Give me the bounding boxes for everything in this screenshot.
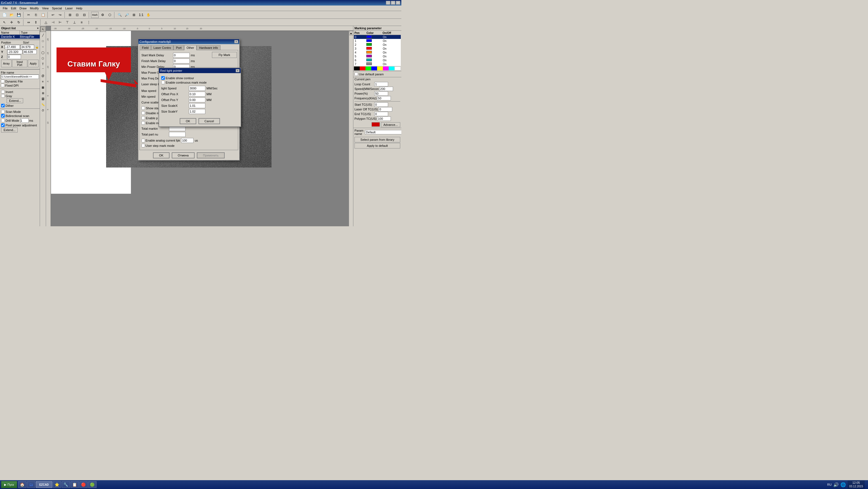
align-b-btn[interactable]: ⊥ <box>71 19 78 25</box>
open-btn[interactable]: 📂 <box>8 12 15 18</box>
mirror-v-btn[interactable]: ⇕ <box>33 19 39 25</box>
redo-btn[interactable]: ↪ <box>57 12 63 18</box>
advance-btn[interactable]: Advance... <box>381 122 400 127</box>
new-btn[interactable]: 📄 <box>1 12 8 18</box>
offset-pos-y-input[interactable] <box>189 97 205 103</box>
tab-other[interactable]: Other <box>184 45 197 50</box>
end-tc-input[interactable] <box>374 112 388 116</box>
finish-mark-delay-input[interactable] <box>173 58 190 63</box>
pen-row-0[interactable]: 0 On <box>354 35 401 39</box>
start-tc-input[interactable] <box>374 103 388 107</box>
pen-row-4[interactable]: 4 On <box>354 51 401 54</box>
total-parts-input[interactable] <box>169 132 186 137</box>
grid-btn[interactable]: ⊞ <box>67 12 73 18</box>
menu-file[interactable]: File <box>1 6 9 10</box>
param-name-input[interactable] <box>365 130 401 135</box>
param-btn[interactable]: ⚙ <box>99 12 106 18</box>
y-size-input[interactable] <box>23 50 37 54</box>
menu-laser[interactable]: Laser <box>64 6 75 10</box>
dynamic-file-check[interactable] <box>1 80 4 83</box>
zoom-fit-btn[interactable]: ⊞ <box>131 12 137 18</box>
menu-view[interactable]: View <box>40 6 51 10</box>
pen-row-5[interactable]: 5 On <box>354 54 401 58</box>
bidirectional-check[interactable] <box>1 114 5 118</box>
mirror-h-btn[interactable]: ⇔ <box>25 19 32 25</box>
y-pos-input[interactable] <box>7 50 22 54</box>
invert-checkbox[interactable]: Invert <box>1 90 39 93</box>
polygon-tc-input[interactable] <box>377 116 391 121</box>
apply-btn[interactable]: Apply <box>28 60 39 67</box>
center-h-btn[interactable]: ≡ <box>78 19 85 25</box>
analog-current-checkbox[interactable]: Enable analog current fpk <box>142 139 180 142</box>
pixel-power-check[interactable] <box>1 123 5 127</box>
start-mark-delay-input[interactable] <box>173 53 190 58</box>
move-btn[interactable]: ✛ <box>8 19 15 25</box>
scroll-up-btn[interactable]: ▲ <box>349 31 353 35</box>
x-pos-input[interactable] <box>5 45 20 49</box>
mark-btn[interactable]: Mark <box>91 12 99 18</box>
menu-special[interactable]: Special <box>50 6 63 10</box>
loop-count-input[interactable] <box>374 82 388 86</box>
show-sta-check[interactable] <box>142 106 145 110</box>
use-default-check[interactable] <box>354 72 358 76</box>
barcode-tool[interactable]: ▦ <box>40 84 46 90</box>
menu-help[interactable]: Help <box>74 6 84 10</box>
close-btn[interactable]: × <box>396 1 400 5</box>
menu-edit[interactable]: Edit <box>9 6 18 10</box>
continuous-mark-check[interactable] <box>161 81 165 84</box>
size-scale-y-input[interactable] <box>189 109 205 114</box>
enable-continuous-mark-checkbox[interactable]: Enable continuous mark mode <box>161 81 239 84</box>
align-l-btn[interactable]: ⊣ <box>50 19 56 25</box>
minimize-btn[interactable]: _ <box>386 1 390 5</box>
analog-current-check[interactable] <box>142 139 145 142</box>
config-ok-btn[interactable]: OK <box>153 152 169 159</box>
enable-m1-check[interactable] <box>142 121 145 125</box>
pixel-power-checkbox[interactable]: Pixel power adjustment <box>1 123 39 127</box>
freq-input[interactable] <box>377 96 391 100</box>
align-btn[interactable]: ⊟ <box>81 12 88 18</box>
fixed-dpi-checkbox[interactable]: Fixed DPI <box>1 84 39 87</box>
zoom-out-btn[interactable]: 🔎 <box>123 12 130 18</box>
spiral-tool[interactable]: @ <box>40 73 46 78</box>
undo-btn[interactable]: ↩ <box>50 12 56 18</box>
x-size-input[interactable] <box>21 45 34 49</box>
file-path-input[interactable] <box>1 75 39 79</box>
input-port-btn[interactable]: Input Port <box>12 60 27 67</box>
offset-pos-x-input[interactable] <box>189 92 205 96</box>
pan-btn[interactable]: ✋ <box>145 12 152 18</box>
object-list-close[interactable]: × <box>37 27 39 30</box>
light-speed-input[interactable] <box>189 86 205 91</box>
text-tool[interactable]: T <box>40 61 46 67</box>
scrollbar-v[interactable]: ▲ ▼ <box>349 31 353 226</box>
extend-btn-1[interactable]: Extend... <box>7 98 23 103</box>
rlp-ok-btn[interactable]: OK <box>180 118 196 124</box>
config-apply-btn[interactable]: Применить <box>197 152 225 159</box>
save-btn[interactable]: 💾 <box>16 12 22 18</box>
arc-tool[interactable]: ⌒ <box>40 67 46 73</box>
apply-default-btn[interactable]: Apply to default <box>354 143 400 148</box>
gray-check[interactable] <box>1 94 5 98</box>
tab-port[interactable]: Port <box>174 45 184 50</box>
enable-show-contour-checkbox[interactable]: Enable show contour <box>161 76 239 80</box>
flip-btn[interactable]: △ <box>42 19 49 25</box>
center-v-btn[interactable]: ⋮ <box>86 19 92 25</box>
power-input[interactable] <box>374 91 388 96</box>
rotate-btn[interactable]: ↻ <box>16 19 22 25</box>
drill-mode-checkbox[interactable]: Drill Mode <box>1 119 19 122</box>
titlebar-buttons[interactable]: _ □ × <box>386 1 400 5</box>
array-btn[interactable]: Array <box>1 60 11 67</box>
copy-btn[interactable]: ⎘ <box>33 12 39 18</box>
pen-row-3[interactable]: 3 On <box>354 47 401 51</box>
dither-checkbox[interactable]: Dither <box>1 104 39 107</box>
rect-tool[interactable]: □ <box>40 38 46 44</box>
scan-mode-check[interactable] <box>1 110 5 113</box>
disable-m-check[interactable] <box>142 111 145 115</box>
user-step-checkbox[interactable]: User step mark mode <box>142 144 175 147</box>
pen-row-6[interactable]: 6 On <box>354 58 401 62</box>
select-param-btn[interactable]: Select param from library <box>354 137 400 142</box>
maximize-btn[interactable]: □ <box>391 1 395 5</box>
z-pos-input[interactable] <box>7 55 21 59</box>
dynamic-file-checkbox[interactable]: Dynamic File <box>1 80 39 83</box>
show-contour-check[interactable] <box>161 76 165 80</box>
hatch-tool[interactable]: ≡ <box>40 79 46 84</box>
